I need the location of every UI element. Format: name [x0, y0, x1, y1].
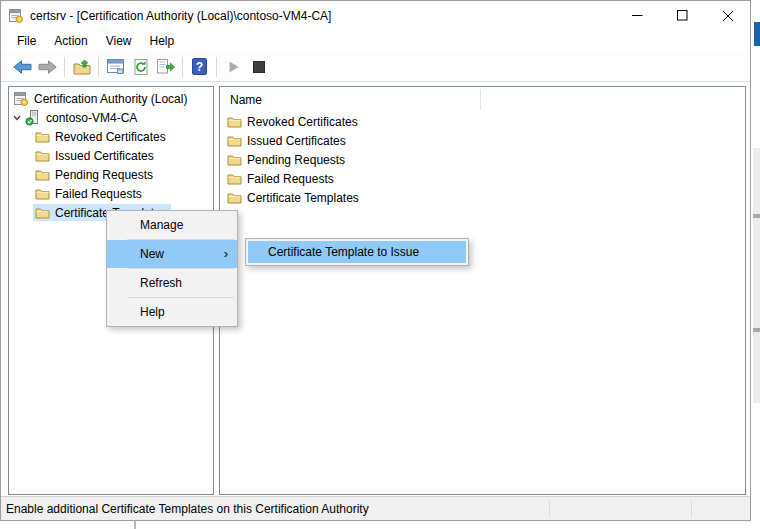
- toolbar-separator: [182, 57, 183, 77]
- minimize-icon: [632, 10, 643, 21]
- list-item-pending-requests[interactable]: Pending Requests: [220, 150, 745, 169]
- background-artifact: [753, 214, 760, 218]
- status-text: Enable additional Certificate Templates …: [6, 502, 369, 516]
- folder-icon: [227, 153, 242, 166]
- menu-file[interactable]: File: [8, 31, 45, 51]
- status-bar: Enable additional Certificate Templates …: [1, 496, 750, 520]
- folder-icon: [227, 191, 242, 204]
- folder-icon: [227, 134, 242, 147]
- tree-root-label: Certification Authority (Local): [34, 92, 187, 106]
- forward-arrow-icon: [38, 60, 57, 74]
- properties-window-button[interactable]: [103, 54, 128, 79]
- background-artifact: [754, 22, 760, 46]
- stop-icon: [253, 61, 265, 73]
- maximize-button[interactable]: [660, 1, 705, 30]
- folder-icon: [227, 115, 242, 128]
- tree-item-pending-requests[interactable]: Pending Requests: [9, 165, 213, 184]
- menu-item-label: Refresh: [140, 276, 182, 290]
- context-menu-item-refresh[interactable]: Refresh: [107, 269, 237, 297]
- tree-item-root[interactable]: Certification Authority (Local): [9, 89, 213, 108]
- tree-item-revoked-certificates[interactable]: Revoked Certificates: [9, 127, 213, 146]
- back-arrow-icon: [13, 60, 32, 74]
- tree-item-failed-requests[interactable]: Failed Requests: [9, 184, 213, 203]
- status-bar-divider: [691, 500, 692, 518]
- export-list-icon: [157, 59, 175, 74]
- list-item-failed-requests[interactable]: Failed Requests: [220, 169, 745, 188]
- menu-item-label: Help: [140, 305, 165, 319]
- list-header: Name: [220, 87, 745, 112]
- background-artifact: [753, 148, 760, 403]
- close-button[interactable]: [705, 1, 750, 30]
- toolbar: ?: [1, 52, 750, 82]
- toolbar-separator: [98, 57, 99, 77]
- server-icon: [25, 110, 41, 126]
- toolbar-separator: [64, 57, 65, 77]
- toolbar-separator: [216, 57, 217, 77]
- folder-icon: [227, 172, 242, 185]
- certification-authority-icon: [8, 8, 24, 24]
- status-bar-divider: [549, 500, 550, 518]
- tree-server-label: contoso-VM4-CA: [46, 111, 137, 125]
- refresh-button[interactable]: [128, 54, 153, 79]
- tree-item-label: Issued Certificates: [55, 149, 154, 163]
- list-item-label: Issued Certificates: [247, 134, 346, 148]
- list-item-label: Certificate Templates: [247, 191, 359, 205]
- column-divider[interactable]: [480, 89, 481, 110]
- maximize-icon: [677, 10, 688, 21]
- menu-bar: File Action View Help: [1, 30, 750, 52]
- export-list-button[interactable]: [153, 54, 178, 79]
- close-icon: [722, 10, 734, 22]
- up-one-level-button[interactable]: [69, 54, 94, 79]
- chevron-down-icon[interactable]: [11, 113, 23, 123]
- list-item-label: Pending Requests: [247, 153, 345, 167]
- folder-icon: [35, 187, 50, 200]
- help-button[interactable]: ?: [187, 54, 212, 79]
- menu-item-label: New: [140, 247, 164, 261]
- menu-item-label: Certificate Template to Issue: [268, 245, 419, 259]
- refresh-icon: [133, 59, 149, 75]
- tree-item-label: Pending Requests: [55, 168, 153, 182]
- certification-authority-icon: [13, 91, 29, 107]
- menu-action[interactable]: Action: [45, 31, 96, 51]
- folder-icon: [35, 149, 50, 162]
- context-menu-item-manage[interactable]: Manage: [107, 211, 237, 239]
- submenu-arrow-icon: ›: [224, 246, 228, 261]
- context-menu-item-new[interactable]: New ›: [107, 240, 237, 268]
- start-service-button[interactable]: [221, 54, 246, 79]
- folder-icon: [35, 206, 50, 219]
- column-header-name[interactable]: Name: [230, 93, 262, 107]
- play-icon: [228, 60, 240, 74]
- console-window-icon: [107, 59, 124, 74]
- back-button[interactable]: [10, 54, 35, 79]
- menu-item-label: Manage: [140, 218, 183, 232]
- context-menu-item-help[interactable]: Help: [107, 298, 237, 326]
- window-controls: [615, 1, 750, 30]
- new-submenu: Certificate Template to Issue: [245, 238, 469, 266]
- menu-view[interactable]: View: [97, 31, 141, 51]
- window-title: certsrv - [Certification Authority (Loca…: [30, 9, 331, 23]
- tree-item-label: Failed Requests: [55, 187, 142, 201]
- minimize-button[interactable]: [615, 1, 660, 30]
- context-menu: Manage New › Refresh Help: [106, 210, 238, 327]
- tree-item-label: Revoked Certificates: [55, 130, 166, 144]
- stop-service-button[interactable]: [246, 54, 271, 79]
- folder-icon: [35, 130, 50, 143]
- list-item-issued-certificates[interactable]: Issued Certificates: [220, 131, 745, 150]
- list-item-label: Revoked Certificates: [247, 115, 358, 129]
- title-bar: certsrv - [Certification Authority (Loca…: [1, 1, 750, 30]
- results-list-pane: Name Revoked Certificates Issued Certifi…: [219, 86, 746, 495]
- list-item-label: Failed Requests: [247, 172, 334, 186]
- help-icon: ?: [192, 58, 207, 75]
- background-artifact: [753, 328, 760, 332]
- forward-button[interactable]: [35, 54, 60, 79]
- menu-help[interactable]: Help: [141, 31, 184, 51]
- list-item-certificate-templates[interactable]: Certificate Templates: [220, 188, 745, 207]
- list-item-revoked-certificates[interactable]: Revoked Certificates: [220, 112, 745, 131]
- up-folder-icon: [73, 59, 91, 75]
- submenu-item-certificate-template-to-issue[interactable]: Certificate Template to Issue: [248, 241, 466, 263]
- tree-item-ca-server[interactable]: contoso-VM4-CA: [9, 108, 213, 127]
- background-artifact: [134, 521, 136, 529]
- folder-icon: [35, 168, 50, 181]
- tree-item-issued-certificates[interactable]: Issued Certificates: [9, 146, 213, 165]
